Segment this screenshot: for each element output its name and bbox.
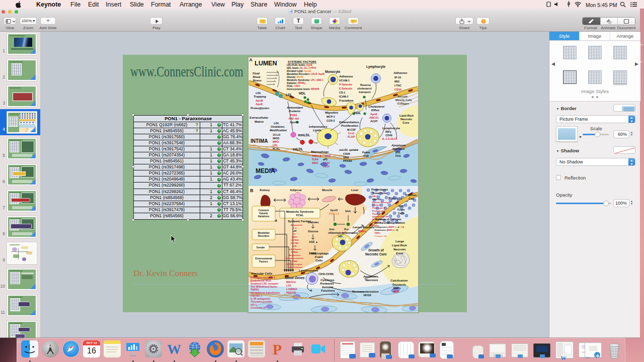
- svg-text:Environmental: Environmental: [255, 257, 272, 260]
- svg-text:Lipid Rich: Lipid Rich: [392, 243, 407, 247]
- svg-text:Collagen: Collagen: [397, 102, 409, 105]
- svg-text:AGE ▲: AGE ▲: [309, 240, 318, 243]
- svg-text:Adiponectin: Adiponectin: [291, 224, 303, 226]
- svg-text:INTIMA: INTIMA: [251, 138, 268, 144]
- svg-text:Foam: Foam: [315, 255, 323, 258]
- svg-text:Necrotic: Necrotic: [393, 247, 406, 251]
- svg-text:cRP: cRP: [293, 230, 297, 232]
- svg-text:IP-10: IP-10: [394, 76, 401, 79]
- svg-text:Factors: Factors: [259, 260, 268, 263]
- svg-text:INOS: INOS: [312, 161, 318, 164]
- svg-text:5HT-2A receptor: 5HT-2A receptor: [287, 263, 302, 265]
- svg-text:Cells: Cells: [315, 259, 323, 262]
- svg-text:Angiotensin: Angiotensin: [289, 254, 301, 256]
- svg-text:Antioxidant: Antioxidant: [286, 106, 303, 109]
- svg-text:SMC: SMC: [398, 205, 405, 208]
- svg-text:Large: Large: [395, 239, 404, 243]
- svg-text:ADD1: ADD1: [292, 236, 298, 238]
- svg-text:Macrophage: Macrophage: [311, 252, 329, 255]
- svg-text:Oxidation,: Oxidation,: [271, 125, 285, 128]
- svg-text:Lesion Rupture: Lesion Rupture: [353, 226, 374, 229]
- svg-text:CD14: CD14: [323, 165, 330, 168]
- svg-text:INOS: INOS: [273, 137, 280, 140]
- svg-text:PAI-1: PAI-1: [372, 195, 378, 198]
- svg-text:Adhesion: Adhesion: [339, 75, 353, 78]
- svg-text:Lipid Rich: Lipid Rich: [399, 114, 414, 117]
- svg-text:oxLDL uptake: oxLDL uptake: [339, 148, 359, 151]
- svg-text:B: B: [250, 188, 254, 193]
- svg-text:IL-6: IL-6: [293, 227, 297, 229]
- svg-text:PDEAD: PDEAD: [286, 291, 296, 294]
- svg-text:Hemochromatosis: Hemochromatosis: [286, 257, 304, 259]
- svg-text:Necrosis: Necrosis: [392, 147, 405, 150]
- svg-text:Disorders: Disorders: [258, 235, 270, 237]
- svg-text:Metabolic Syndrome: Metabolic Syndrome: [286, 210, 314, 213]
- svg-text:Collagenases (MMP-1, -4, -13): Collagenases (MMP-1, -4, -13): [374, 226, 405, 228]
- svg-text:Fibrous: Fibrous: [406, 194, 417, 197]
- svg-text:VEGE: VEGE: [363, 294, 371, 297]
- svg-text:Lamer helicase: Lamer helicase: [288, 266, 303, 268]
- svg-text:ACAT: ACAT: [370, 120, 378, 123]
- svg-text:Smooth: Smooth: [397, 95, 408, 98]
- svg-text:Pro-: Pro-: [344, 228, 349, 231]
- svg-text:PON2: PON2: [292, 260, 298, 262]
- svg-text:Proteins: Proteins: [289, 110, 301, 113]
- svg-text:5-LO: 5-LO: [348, 132, 354, 135]
- svg-text:Platelets: Platelets: [388, 197, 402, 200]
- svg-text:MGP: MGP: [393, 290, 399, 293]
- svg-text:Cap: Cap: [409, 197, 415, 200]
- svg-text:Matrix: Matrix: [255, 120, 264, 123]
- svg-text:CD44: CD44: [394, 88, 401, 91]
- svg-text:Stress: Stress: [253, 79, 262, 82]
- svg-text:Prothrombin: Prothrombin: [372, 210, 385, 212]
- svg-text:Connoxin 37: Connoxin 37: [251, 306, 266, 309]
- svg-text:I-TAC: I-TAC: [394, 84, 401, 87]
- svg-text:Anti-: Anti-: [329, 228, 335, 231]
- svg-text:ApoE: ApoE: [256, 103, 263, 106]
- svg-text:?: ?: [482, 20, 485, 23]
- svg-text:inflammatory: inflammatory: [342, 231, 358, 234]
- svg-text:Gender: Gender: [257, 246, 265, 249]
- svg-text:Efflux: Efflux: [371, 109, 380, 112]
- svg-text:Core: Core: [396, 251, 404, 255]
- svg-text:PON1: PON1: [290, 114, 297, 117]
- svg-text:Adipose: Adipose: [290, 189, 302, 192]
- svg-text:Vascular Cells: Vascular Cells: [251, 272, 273, 275]
- svg-text:Differentiation,: Differentiation,: [339, 121, 360, 124]
- svg-text:transport: transport: [359, 90, 371, 94]
- svg-text:Metabolic Syndrome: LPL, HSD-1: Metabolic Syndrome: LPL, HSD-1: [287, 79, 324, 81]
- svg-text:Lipids: Lipids: [313, 129, 322, 132]
- svg-text:MEDIA: MEDIA: [256, 167, 275, 174]
- svg-text:Macrophage: Macrophage: [311, 150, 329, 153]
- svg-text:Lymphocyte: Lymphocyte: [366, 65, 385, 69]
- svg-text:Necrotic Core: Necrotic Core: [365, 252, 387, 256]
- svg-text:Liver: Liver: [351, 189, 359, 192]
- svg-text:IL-1,4,10,13: IL-1,4,10,13: [382, 137, 397, 140]
- svg-text:Muscle Cells: Muscle Cells: [395, 99, 412, 102]
- svg-text:SLC2A1: SLC2A1: [291, 242, 299, 244]
- svg-text:Core: Core: [403, 121, 410, 124]
- svg-text:Oxysterols: Oxysterols: [392, 283, 406, 286]
- svg-text:Cells: Cells: [398, 212, 405, 215]
- svg-text:COX2: COX2: [323, 161, 330, 164]
- svg-text:Fluid: Fluid: [253, 72, 260, 75]
- svg-text:PLAs: PLAs: [273, 147, 280, 150]
- svg-text:A: A: [250, 57, 253, 62]
- svg-text:Necrotic: Necrotic: [400, 118, 413, 121]
- svg-text:Trapping: Trapping: [254, 95, 266, 98]
- svg-text:Functions: Functions: [321, 289, 335, 292]
- svg-text:FLAP: FLAP: [348, 135, 355, 138]
- svg-text:MIG: MIG: [394, 80, 399, 83]
- svg-text:Lymphocytes: Lymphocytes: [299, 269, 318, 272]
- svg-text:15-LO: 15-LO: [273, 133, 280, 136]
- svg-text:Cell: Cell: [363, 154, 369, 157]
- svg-text:mmLDL: mmLDL: [298, 133, 310, 137]
- svg-text:HDL: HDL: [299, 92, 305, 95]
- svg-text:FCHL: USF1: FCHL: USF1: [287, 85, 300, 87]
- svg-text:M-CSF: M-CSF: [347, 128, 356, 131]
- svg-text:CLPN10: CLPN10: [291, 239, 299, 241]
- svg-text:Proliferation: Proliferation: [341, 124, 359, 127]
- svg-text:E-Selectin: E-Selectin: [339, 87, 352, 90]
- svg-text:LPL: LPL: [273, 144, 278, 147]
- svg-text:PPARα: PPARα: [291, 251, 298, 253]
